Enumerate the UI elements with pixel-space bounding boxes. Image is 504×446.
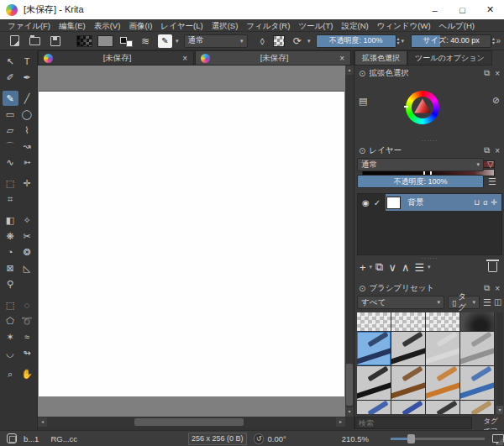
tool-pattern-edit-icon[interactable]: ❋ xyxy=(3,228,18,244)
move-layer-down-button[interactable]: ∨ xyxy=(388,261,396,274)
size-slider[interactable]: サイズ: 40.00 px xyxy=(411,34,491,48)
brush-preset-eraser-soft[interactable] xyxy=(357,312,391,331)
brush-preset-paintbrush-brown[interactable] xyxy=(391,366,425,400)
menu-item-4[interactable]: レイヤー(L) xyxy=(156,19,207,32)
tool-ellipse-select-icon[interactable]: ◌ xyxy=(19,297,35,312)
horizontal-scroll-thumb[interactable] xyxy=(134,418,244,426)
float-docker-icon[interactable]: ⧉ xyxy=(484,283,490,293)
menu-item-5[interactable]: 選択(S) xyxy=(207,19,243,32)
tool-polygon-icon[interactable]: ▱ xyxy=(3,123,18,138)
brush-preset-ink-brush-black[interactable] xyxy=(357,366,391,400)
tool-line-icon[interactable]: ╱ xyxy=(19,91,35,106)
tag-button[interactable]: ▯ タグ ▾ xyxy=(448,296,480,309)
document-tab-1[interactable]: [未保存]× xyxy=(195,50,351,66)
tool-reference-images-icon[interactable]: ⚲ xyxy=(3,276,18,291)
menu-item-6[interactable]: フィルタ(R) xyxy=(242,19,294,32)
move-layer-up-button[interactable]: ∧ xyxy=(402,261,410,274)
brush-preset-brush-orange[interactable] xyxy=(426,366,459,400)
docker-lock-icon[interactable]: ⊙ xyxy=(359,69,365,78)
canvas-vertical-scrollbar[interactable]: ▴ ▾ xyxy=(345,66,354,417)
docker-lock-icon[interactable]: ⊙ xyxy=(359,284,365,293)
open-document-icon[interactable] xyxy=(29,37,40,45)
splitter-handle[interactable]: ······ xyxy=(354,138,504,144)
pattern-swatch[interactable] xyxy=(97,35,113,47)
brush-grid-scrollbar[interactable]: ▾ xyxy=(496,312,503,414)
tool-rect-select-icon[interactable]: ⬚ xyxy=(3,297,18,312)
maximize-button[interactable]: □ xyxy=(449,0,476,19)
tool-freehand-select-icon[interactable]: ➰ xyxy=(19,313,35,328)
tool-move-icon[interactable]: ✛ xyxy=(19,176,35,191)
gradient-swatch[interactable] xyxy=(76,35,92,47)
close-docker-icon[interactable]: × xyxy=(495,69,500,78)
scroll-left-icon[interactable]: ◂ xyxy=(38,417,47,427)
tool-measure-icon[interactable]: ◺ xyxy=(19,260,35,275)
tool-similar-select-icon[interactable]: ≈ xyxy=(19,329,35,344)
brush-preset-eraser-hard[interactable] xyxy=(391,312,425,331)
close-docker-icon[interactable]: × xyxy=(495,146,500,155)
window-resize-grip[interactable] xyxy=(496,438,503,445)
canvas[interactable] xyxy=(39,91,344,396)
tool-rectangle-icon[interactable]: ▭ xyxy=(3,107,18,122)
storage-icon[interactable]: ◫ xyxy=(494,297,501,307)
tool-ellipse-icon[interactable]: ◯ xyxy=(19,107,35,122)
menu-item-10[interactable]: ヘルプ(H) xyxy=(435,19,479,32)
scroll-down-icon[interactable]: ▾ xyxy=(345,407,354,417)
tool-freehand-brush-icon[interactable]: ✎ xyxy=(3,91,18,106)
layer-alpha-icon[interactable]: α xyxy=(483,198,487,207)
menu-item-9[interactable]: ウィンドウ(W) xyxy=(373,19,435,32)
tool-colorize-mask-icon[interactable]: ⊠ xyxy=(3,260,18,275)
layer-filter-icon[interactable]: ▽ xyxy=(487,160,494,169)
tool-freehand-path-icon[interactable]: ↝ xyxy=(19,139,35,154)
color-selector-settings-icon[interactable]: ▤ xyxy=(359,96,367,107)
brush-preset-ballpoint-blue[interactable] xyxy=(391,401,425,414)
brush-preset-pencil-wood[interactable] xyxy=(460,401,494,414)
opacity-spinner[interactable]: ▴▾ xyxy=(397,37,400,45)
duplicate-layer-button[interactable]: ⧉ xyxy=(375,260,383,274)
delete-layer-button[interactable] xyxy=(488,262,497,272)
tool-contiguous-select-icon[interactable]: ✶ xyxy=(3,329,18,344)
reload-preset-icon[interactable]: ⟳ xyxy=(293,35,302,47)
brush-preset-marker-black[interactable] xyxy=(391,332,425,365)
toolbar-overflow-button[interactable]: » xyxy=(496,36,502,45)
layer-options-menu-icon[interactable]: ☰ xyxy=(488,176,496,187)
document-tab-0[interactable]: [未保存]× xyxy=(38,50,194,66)
brush-filter-dropdown[interactable]: すべて ▾ xyxy=(357,296,444,309)
tool-polygon-select-icon[interactable]: ⬠ xyxy=(3,313,18,328)
canvas-rotation-icon[interactable]: ↺ xyxy=(254,433,265,444)
zoom-slider[interactable] xyxy=(391,433,484,444)
tool-crop-icon[interactable]: ⌗ xyxy=(3,192,18,207)
layer-inherit-alpha-icon[interactable]: ✛ xyxy=(491,198,497,207)
tool-dynamic-brush-icon[interactable]: ∿ xyxy=(3,155,18,170)
canvas-horizontal-scrollbar[interactable]: ◂ ▸ xyxy=(38,417,345,428)
eraser-mode-icon[interactable]: ⬨ xyxy=(260,35,265,47)
canvas-viewport[interactable] xyxy=(38,66,345,417)
size-spinner[interactable]: ▴▾ xyxy=(492,37,495,45)
reload-dropdown-icon[interactable]: ▾ xyxy=(307,38,311,45)
opacity-dropdown-icon[interactable]: ▾ xyxy=(402,38,405,45)
tool-color-sampler-icon[interactable]: ✧ xyxy=(19,213,35,228)
tool-bezier-select-icon[interactable]: ◡ xyxy=(3,345,18,360)
tool-text-icon[interactable]: T xyxy=(19,54,35,69)
no-color-icon[interactable]: ⊘ xyxy=(492,96,499,105)
layer-properties-button[interactable]: ☰ xyxy=(414,261,424,274)
tool-multibrush-icon[interactable]: ➳ xyxy=(19,155,35,170)
brush-preset-airbrush-dark[interactable] xyxy=(460,312,494,331)
tool-bezier-curve-icon[interactable]: ⌒ xyxy=(3,139,18,154)
docker-lock-icon[interactable]: ⊙ xyxy=(359,146,365,155)
tab-close-icon[interactable]: × xyxy=(333,54,350,63)
close-button[interactable]: ✕ xyxy=(476,0,504,19)
preserve-alpha-icon[interactable] xyxy=(273,35,285,47)
tab-close-icon[interactable]: × xyxy=(176,54,193,63)
layer-check-icon[interactable]: ✓ xyxy=(374,198,381,207)
tool-gradient-icon[interactable]: ◧ xyxy=(3,213,18,228)
layer-blending-mode-dropdown[interactable]: 通常 ▾ xyxy=(357,158,484,171)
brush-preset-eraser-circle[interactable] xyxy=(426,312,459,331)
tool-magnetic-select-icon[interactable]: ↬ xyxy=(19,345,35,360)
tool-calligraphy-icon[interactable]: ✒ xyxy=(19,70,35,85)
vertical-scroll-thumb[interactable] xyxy=(346,364,353,406)
add-layer-dropdown-icon[interactable]: ▾ xyxy=(370,264,373,270)
menu-item-8[interactable]: 設定(N) xyxy=(337,19,372,32)
tool-smart-patch-icon[interactable]: ✂ xyxy=(19,228,35,244)
tool-fill-icon[interactable]: ◔ xyxy=(3,244,18,260)
brush-preset-status-icon[interactable] xyxy=(7,433,17,443)
